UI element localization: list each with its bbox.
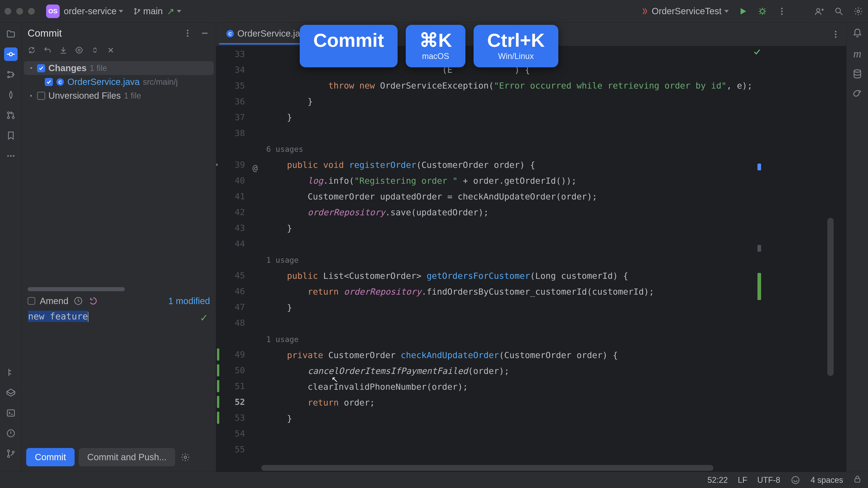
chevron-down-icon [724,10,729,13]
structure-tool-icon[interactable] [4,68,18,81]
tab-file-name: OrderService.java [237,29,310,39]
amend-bar: Amend 1 modified [22,292,216,308]
commit-button[interactable]: Commit [26,448,74,466]
marker-usage[interactable] [757,164,761,170]
svg-point-25 [12,451,14,453]
commit-msg-ok-icon: ✓ [200,312,208,324]
database-tool-icon[interactable] [852,69,863,79]
services-tool-icon[interactable] [4,88,18,102]
horizontal-scrollbar[interactable] [28,287,125,291]
svg-point-7 [817,8,820,11]
minimize-panel-icon[interactable] [199,28,210,38]
unversioned-group-row[interactable]: Unversioned Files 1 file [24,89,214,103]
readonly-lock-icon[interactable] [853,475,862,485]
card-platform: macOS [422,52,449,61]
marker[interactable] [757,245,761,252]
horizontal-scrollbar[interactable] [261,465,831,471]
svg-point-18 [10,155,11,157]
branch-name: main [143,6,163,16]
commit-actions: Commit Commit and Push... [22,444,216,472]
run-config-icon [640,7,649,15]
diff-icon[interactable] [75,46,83,56]
rollback-icon[interactable] [43,46,52,56]
notifications-icon[interactable] [852,28,863,38]
pull-requests-tool-icon[interactable] [4,108,18,122]
shelve-icon[interactable] [59,46,67,56]
run-button[interactable] [738,6,748,17]
editor-gutter[interactable]: 33 34 35 36 37 38 39@ 40 41 42 43 44 45 … [216,46,250,472]
revert-icon[interactable] [107,46,115,56]
svg-point-14 [7,112,9,114]
close-window-icon[interactable] [4,8,11,15]
caret-position[interactable]: 52:22 [708,475,728,485]
more-tools-icon[interactable] [4,149,18,163]
vcs-tool-icon[interactable] [4,447,18,460]
svg-point-10 [9,53,12,56]
checkbox-checked-icon[interactable] [45,78,53,86]
zoom-window-icon[interactable] [28,8,35,15]
override-icon[interactable]: @ [252,160,258,176]
minimize-window-icon[interactable] [16,8,23,15]
code-content[interactable]: ) (E ) { throw new OrderServiceException… [250,46,752,472]
project-selector[interactable]: order-service [64,6,123,16]
terminal-tool-icon[interactable] [4,406,18,420]
search-everywhere-button[interactable] [834,6,844,17]
project-tool-icon[interactable] [4,27,18,41]
collapse-icon[interactable] [29,93,34,98]
shortcut-card-commit: Commit [300,25,398,67]
changed-file-row[interactable]: C OrderService.java src/main/j [24,75,214,89]
usages-hint[interactable]: 1 usage [266,335,299,344]
panel-options-icon[interactable] [182,28,193,38]
editor-body[interactable]: 33 34 35 36 37 38 39@ 40 41 42 43 44 45 … [216,46,846,472]
svg-point-39 [854,70,861,72]
problems-tool-icon[interactable] [4,427,18,440]
svg-point-11 [8,71,9,73]
reader-mode-icon[interactable] [790,475,801,485]
commit-panel-header: Commit [22,23,216,44]
commit-message-text[interactable]: new feature [28,311,88,322]
refresh-icon[interactable] [28,46,36,56]
shortcut-card-win: Ctrl+K Win/Linux [473,25,558,67]
vertical-scrollbar[interactable] [827,218,834,376]
line-separator[interactable]: LF [738,475,747,485]
modified-link[interactable]: 1 modified [168,296,210,306]
card-shortcut: ⌘K [419,30,452,50]
settings-button[interactable] [853,6,864,17]
run-tool-icon[interactable] [4,386,18,399]
file-encoding[interactable]: UTF-8 [757,475,780,485]
usages-hint[interactable]: 6 usages [266,144,303,154]
commit-and-push-button[interactable]: Commit and Push... [79,448,175,466]
build-tool-icon[interactable] [4,365,18,379]
gradle-tool-icon[interactable] [852,88,863,98]
status-bar: 52:22 LF UTF-8 4 spaces [0,472,868,488]
editor-marker-bar[interactable] [752,46,763,472]
branch-selector[interactable]: main ↗ [133,6,181,17]
amend-checkbox[interactable] [28,297,35,305]
bookmarks-tool-icon[interactable] [4,129,18,142]
changes-group-row[interactable]: Changes 1 file [24,61,214,75]
ai-commit-icon[interactable] [88,296,98,306]
more-actions-button[interactable] [777,6,787,17]
changelist-icon[interactable] [91,46,99,56]
inspections-ok-icon[interactable] [752,47,762,59]
run-config-selector[interactable]: OrderServiceTest [640,6,729,16]
svg-point-33 [184,456,187,458]
maven-tool-icon[interactable]: m [853,47,861,60]
marker-change[interactable] [757,273,761,300]
debug-button[interactable] [757,6,768,17]
indent-setting[interactable]: 4 spaces [811,475,843,485]
commit-tool-icon[interactable] [4,47,18,61]
checkbox-unchecked-icon[interactable] [37,92,45,100]
editor: C OrderService.java ✕ Commit ⌘K macOS Ct… [216,23,846,472]
checkbox-checked-icon[interactable] [37,64,45,72]
history-icon[interactable] [73,296,84,306]
tab-more-icon[interactable] [831,29,841,39]
commit-message-area[interactable]: new feature ✓ [22,308,216,444]
commit-options-icon[interactable] [180,452,191,462]
collaborate-button[interactable] [814,6,825,17]
svg-point-27 [187,33,188,34]
changes-tree[interactable]: Changes 1 file C OrderService.java src/m… [22,59,216,292]
breakpoint-dot-icon[interactable] [216,164,218,166]
expand-icon[interactable] [29,66,34,71]
usages-hint[interactable]: 1 usage [266,256,299,265]
